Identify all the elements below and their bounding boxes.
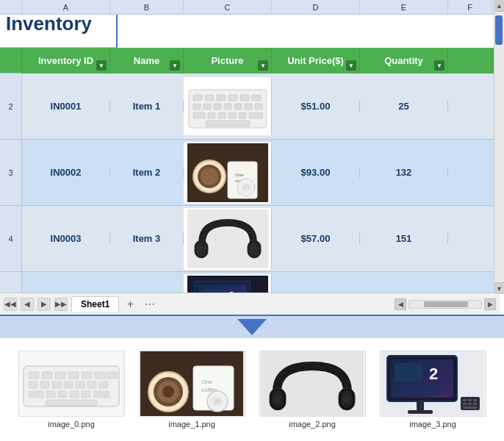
cell-price-1[interactable]: $51.00 xyxy=(272,101,360,112)
svg-point-76 xyxy=(162,386,174,398)
scroll-left-arrow[interactable]: ◀ xyxy=(395,298,406,310)
svg-rect-104 xyxy=(463,403,467,405)
svg-rect-60 xyxy=(52,381,61,388)
cell-img-3[interactable] xyxy=(184,208,272,270)
svg-rect-70 xyxy=(93,391,109,398)
gallery-keyboard-svg xyxy=(20,351,123,416)
headphones-img-3 xyxy=(187,209,268,268)
col-header-inventory-id[interactable]: Inventory ID ▼ xyxy=(22,48,110,74)
svg-rect-69 xyxy=(82,391,90,398)
vertical-scrollbar[interactable]: ▲ ▼ xyxy=(494,0,504,294)
svg-point-24 xyxy=(201,168,218,185)
svg-rect-4 xyxy=(228,95,237,101)
svg-rect-52 xyxy=(42,372,52,379)
svg-rect-106 xyxy=(473,403,477,405)
v-scroll-track[interactable] xyxy=(494,12,504,282)
svg-rect-53 xyxy=(55,372,65,379)
dropdown-arrow-quantity[interactable]: ▼ xyxy=(434,60,444,71)
svg-rect-34 xyxy=(249,242,259,257)
cell-id-1[interactable]: IN0001 xyxy=(22,101,110,112)
cell-name-1[interactable]: Item 1 xyxy=(110,101,184,112)
gallery-img-container-3[interactable]: 2 xyxy=(380,351,486,417)
scroll-up-arrow[interactable]: ▲ xyxy=(494,0,505,12)
cell-qty-1[interactable]: 25 xyxy=(360,101,448,112)
scroll-track[interactable] xyxy=(408,300,482,309)
svg-rect-2 xyxy=(205,95,214,101)
cell-price-2[interactable]: $93.00 xyxy=(272,167,360,178)
image-gallery: image_0.png One coffee image_1.png xyxy=(0,338,504,441)
svg-rect-57 xyxy=(107,372,117,379)
svg-rect-56 xyxy=(95,372,105,379)
gallery-img-container-0[interactable] xyxy=(18,351,125,417)
col-header-unit-price[interactable]: Unit Price($) ▼ xyxy=(272,48,360,74)
spreadsheet: Inventory A B C D E F Inventory ID ▼ Nam… xyxy=(0,0,504,316)
svg-rect-14 xyxy=(193,112,205,118)
cell-name-2[interactable]: Item 2 xyxy=(110,167,184,178)
svg-rect-5 xyxy=(240,95,249,101)
cell-img-1[interactable] xyxy=(184,77,272,135)
desk-img-2: One coffee xyxy=(187,143,268,202)
table-row: 2 IN0001 Item 1 xyxy=(0,74,500,140)
cell-qty-3[interactable]: 151 xyxy=(360,233,448,244)
gallery-item-0: image_0.png xyxy=(15,351,129,429)
col-header-quantity[interactable]: Quantity ▼ xyxy=(360,48,448,74)
spreadsheet-title: Inventory xyxy=(6,13,92,35)
row-num-4: 4 xyxy=(0,206,22,271)
col-letter-b: B xyxy=(110,0,184,14)
row-num-2: 2 xyxy=(0,74,22,139)
scroll-right-arrow[interactable]: ▶ xyxy=(484,298,496,310)
svg-rect-58 xyxy=(29,381,37,388)
data-rows: 2 IN0001 Item 1 xyxy=(0,74,500,316)
svg-rect-51 xyxy=(29,372,39,379)
svg-rect-105 xyxy=(468,403,472,405)
svg-rect-45 xyxy=(252,316,264,317)
svg-rect-54 xyxy=(68,372,79,379)
arrow-divider xyxy=(0,316,504,338)
svg-rect-20 xyxy=(206,121,250,126)
dropdown-arrow-inventory-id[interactable]: ▼ xyxy=(96,60,107,71)
nav-next[interactable]: ▶ xyxy=(37,298,51,311)
svg-point-88 xyxy=(274,395,281,404)
svg-rect-9 xyxy=(214,104,221,110)
gallery-label-0: image_0.png xyxy=(48,420,95,429)
svg-rect-59 xyxy=(40,381,49,388)
svg-rect-33 xyxy=(196,242,206,257)
svg-rect-98 xyxy=(417,401,424,410)
dropdown-arrow-unit-price[interactable]: ▼ xyxy=(346,60,356,71)
col-letter-a: A xyxy=(22,0,110,14)
dropdown-arrow-picture[interactable]: ▼ xyxy=(258,60,268,71)
dropdown-arrow-name[interactable]: ▼ xyxy=(170,60,180,71)
svg-rect-103 xyxy=(473,399,477,401)
cell-qty-2[interactable]: 132 xyxy=(360,167,448,178)
nav-prev[interactable]: ◀ xyxy=(21,298,34,311)
sheet-tab-1[interactable]: Sheet1 xyxy=(71,296,119,312)
gallery-img-container-2[interactable] xyxy=(259,351,366,417)
horizontal-scrollbar[interactable]: ◀ ▶ xyxy=(395,298,496,310)
col-letter-c: C xyxy=(184,0,272,14)
cell-img-2[interactable]: One coffee xyxy=(184,142,272,204)
gallery-monitor-svg: 2 xyxy=(381,351,484,416)
cell-name-3[interactable]: Item 3 xyxy=(110,233,184,244)
svg-rect-94 xyxy=(395,363,422,382)
cell-id-3[interactable]: IN0003 xyxy=(22,233,110,244)
sheet-toolbar: ◀◀ ◀ ▶ ▶▶ Sheet1 + ⋯ ◀ ▶ xyxy=(0,293,500,315)
add-sheet-button[interactable]: + xyxy=(123,297,137,312)
col-header-picture[interactable]: Picture ▼ xyxy=(184,48,272,74)
nav-first[interactable]: ◀◀ xyxy=(4,298,17,311)
col-header-name[interactable]: Name ▼ xyxy=(110,48,184,74)
sheet-options-button[interactable]: ⋯ xyxy=(145,298,156,310)
svg-rect-67 xyxy=(58,391,67,398)
gallery-img-container-1[interactable]: One coffee xyxy=(139,351,245,417)
scroll-down-arrow[interactable]: ▼ xyxy=(494,282,505,294)
nav-last[interactable]: ▶▶ xyxy=(54,298,68,311)
cell-id-2[interactable]: IN0002 xyxy=(22,167,110,178)
svg-rect-64 xyxy=(99,381,108,388)
svg-rect-102 xyxy=(468,399,472,401)
column-headers: Inventory ID ▼ Name ▼ Picture ▼ Unit Pri… xyxy=(0,48,500,74)
col-letter-f: F xyxy=(448,0,492,14)
svg-rect-97 xyxy=(395,392,435,395)
svg-rect-6 xyxy=(252,95,261,101)
cell-price-3[interactable]: $57.00 xyxy=(272,233,360,244)
gallery-headphones-svg xyxy=(261,351,364,416)
svg-rect-8 xyxy=(204,104,211,110)
